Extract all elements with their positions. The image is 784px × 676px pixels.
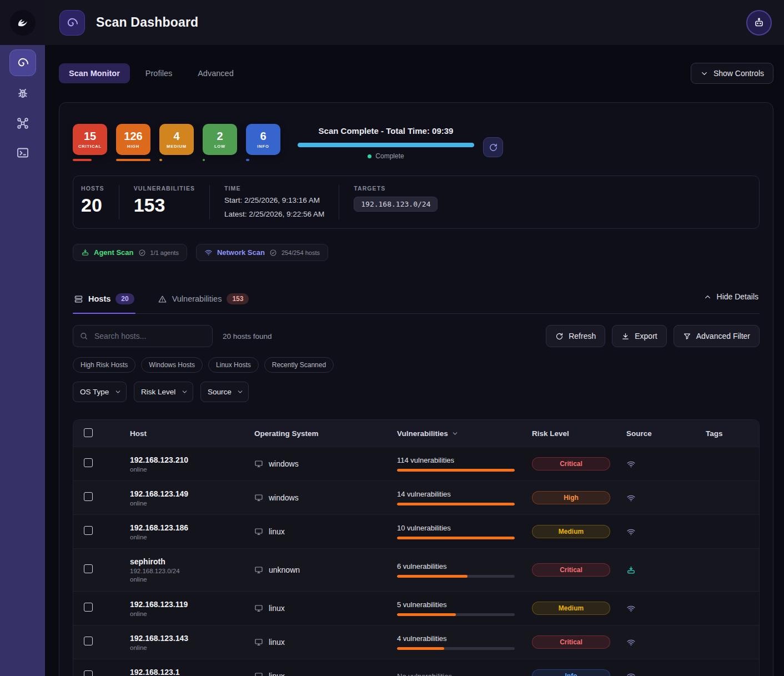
search-wrap <box>73 325 213 347</box>
table-row[interactable]: 192.168.123.143online linux 4 vulnerabil… <box>73 625 759 659</box>
refresh-icon <box>555 332 564 340</box>
hide-details-button[interactable]: Hide Details <box>702 290 760 301</box>
table-row[interactable]: 192.168.123.149online windows 14 vulnera… <box>73 480 759 514</box>
row-checkbox[interactable] <box>84 603 93 612</box>
robot-icon <box>753 17 765 29</box>
filter-windows-hosts[interactable]: Windows Hosts <box>141 357 203 373</box>
row-checkbox[interactable] <box>84 564 93 573</box>
column-risk-level: Risk Level <box>532 429 626 438</box>
vulnerability-count: No vulnerabilities <box>397 672 532 676</box>
os-name: linux <box>269 638 285 647</box>
table-row[interactable]: 192.168.123.119online linux 5 vulnerabil… <box>73 591 759 625</box>
filter-recently-scanned[interactable]: Recently Scanned <box>264 357 334 373</box>
spiral-scanner-icon <box>16 56 29 69</box>
row-checkbox[interactable] <box>84 637 93 645</box>
spiral-icon <box>66 16 79 29</box>
tab-profiles[interactable]: Profiles <box>135 63 182 83</box>
stat-hosts: HOSTS 20 <box>73 185 119 219</box>
vulnerability-count: 10 vulnerabilities <box>397 524 532 532</box>
host-name: 192.168.123.119 <box>130 600 254 609</box>
warning-triangle-icon <box>158 294 167 304</box>
table-row[interactable]: 192.168.123.186online linux 10 vulnerabi… <box>73 514 759 548</box>
nav-tabs-row: Scan Monitor Profiles Advanced Show Cont… <box>59 63 773 84</box>
stat-time: TIME Start: 2/25/2026, 9:13:16 AM Latest… <box>209 185 339 219</box>
severity-critical-bar <box>73 159 92 161</box>
app-logo[interactable] <box>10 10 36 36</box>
risk-level-select[interactable]: Risk Level <box>134 382 193 402</box>
check-circle-icon <box>269 249 277 257</box>
scan-type-chips: Agent Scan 1/1 agents Network Scan 254/2… <box>73 244 760 261</box>
vulnerability-bar <box>397 537 515 539</box>
vulnerability-bar <box>397 613 515 616</box>
scan-panel: 15CRITICAL 126HIGH 4MEDIUM 2LOW <box>59 102 773 676</box>
show-controls-label: Show Controls <box>713 69 764 78</box>
stat-targets: TARGETS 192.168.123.0/24 <box>339 185 452 219</box>
column-host: Host <box>130 429 254 438</box>
quick-filters: High Risk Hosts Windows Hosts Linux Host… <box>73 357 760 373</box>
table-row[interactable]: sephiroth192.168.123.0/24online unknown … <box>73 548 759 591</box>
agent-scan-chip: Agent Scan 1/1 agents <box>73 244 187 261</box>
chevron-up-icon <box>703 293 712 301</box>
search-input[interactable] <box>73 325 213 347</box>
tab-vulnerabilities[interactable]: Vulnerabilities 153 <box>157 290 250 313</box>
hosts-table: Host Operating System Vulnerabilities Ri… <box>73 419 760 676</box>
column-os: Operating System <box>254 429 397 438</box>
vulnerability-count: 14 vulnerabilities <box>397 490 532 498</box>
sidebar-item-scanner[interactable] <box>9 49 36 76</box>
sidebar-item-drone[interactable] <box>11 112 34 135</box>
stats-box: HOSTS 20 VULNERABILITIES 153 TIME Start:… <box>73 176 760 229</box>
severity-high-bar <box>116 159 150 161</box>
wifi-icon <box>204 248 213 257</box>
refresh-button[interactable]: Refresh <box>546 325 605 347</box>
scan-state-label: Complete <box>375 152 404 160</box>
tab-advanced[interactable]: Advanced <box>188 63 244 83</box>
row-checkbox[interactable] <box>84 670 93 676</box>
hosts-count: 20 <box>81 196 104 216</box>
source-select[interactable]: Source <box>200 382 249 402</box>
monitor-icon <box>254 565 263 574</box>
terminal-icon <box>16 146 29 159</box>
advanced-filter-button[interactable]: Advanced Filter <box>674 325 760 347</box>
table-row[interactable]: 192.168.123.1online linux No vulnerabili… <box>73 659 759 676</box>
scan-refresh-button[interactable] <box>483 137 503 157</box>
sidebar <box>0 0 45 676</box>
filter-linux-hosts[interactable]: Linux Hosts <box>208 357 259 373</box>
main-area: Scan Dashboard Scan Monitor Profiles Adv… <box>45 0 784 676</box>
show-controls-button[interactable]: Show Controls <box>691 63 773 84</box>
network-scan-chip: Network Scan 254/254 hosts <box>196 244 328 261</box>
severity-critical: 15CRITICAL <box>73 124 107 161</box>
tab-scan-monitor[interactable]: Scan Monitor <box>59 63 130 83</box>
os-type-select[interactable]: OS Type <box>73 382 127 402</box>
severity-medium-bar <box>159 159 162 161</box>
export-button[interactable]: Export <box>612 325 666 347</box>
row-checkbox[interactable] <box>84 526 93 535</box>
server-icon <box>74 294 83 304</box>
row-checkbox[interactable] <box>84 492 93 501</box>
vulnerability-count: 6 vulnerabilities <box>397 562 532 570</box>
filter-high-risk-hosts[interactable]: High Risk Hosts <box>73 357 135 373</box>
logo-box <box>0 0 45 45</box>
source-icon <box>626 493 706 503</box>
view-tabs: Hosts 20 Vulnerabilities 153 Hide Detail… <box>73 290 760 314</box>
user-avatar[interactable] <box>746 10 772 36</box>
row-checkbox[interactable] <box>84 458 93 467</box>
monitor-icon <box>254 638 263 647</box>
tab-hosts[interactable]: Hosts 20 <box>73 290 135 313</box>
sidebar-item-bug[interactable] <box>11 82 34 106</box>
os-name: windows <box>269 493 299 502</box>
table-body: 192.168.123.210online windows 114 vulner… <box>73 447 759 676</box>
scan-latest-time: Latest: 2/25/2026, 9:22:56 AM <box>224 209 324 219</box>
vulnerability-bar <box>397 575 515 578</box>
column-vulnerabilities-sort[interactable]: Vulnerabilities <box>397 429 532 438</box>
drone-icon <box>16 117 29 130</box>
scan-start-time: Start: 2/25/2026, 9:13:16 AM <box>224 196 324 206</box>
column-source: Source <box>626 429 706 438</box>
select-all-checkbox[interactable] <box>84 428 93 437</box>
scan-progress-fill <box>298 143 474 147</box>
filter-selects: OS Type Risk Level Source <box>73 382 760 402</box>
table-header: Host Operating System Vulnerabilities Ri… <box>73 420 759 447</box>
sidebar-item-terminal[interactable] <box>11 141 34 164</box>
vulnerability-bar <box>397 469 515 472</box>
table-row[interactable]: 192.168.123.210online windows 114 vulner… <box>73 447 759 480</box>
host-name: 192.168.123.186 <box>130 523 254 532</box>
